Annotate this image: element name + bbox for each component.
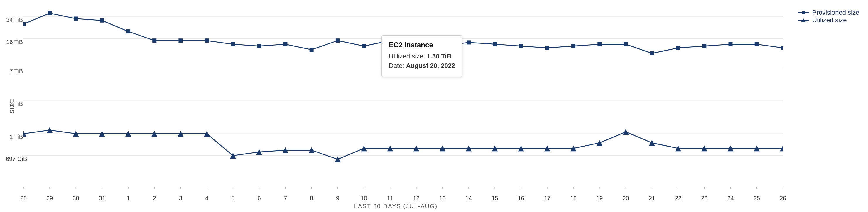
x-tick-label: 18	[570, 195, 577, 202]
x-tick-label: 25	[753, 195, 760, 202]
tooltip-value: August 20, 2022	[406, 62, 456, 69]
svg-rect-61	[676, 46, 680, 50]
y-tick-label: 7 TiB	[6, 68, 23, 74]
tooltip-rows: Utilized size: 1.30 TiBDate: August 20, …	[389, 53, 455, 69]
x-tick-label: 1	[126, 195, 130, 202]
tooltip-row: Date: August 20, 2022	[389, 62, 455, 69]
x-tick-label: 31	[99, 195, 105, 202]
svg-rect-60	[650, 51, 654, 56]
triangle-icon	[798, 17, 809, 23]
x-tick-label: 29	[46, 195, 53, 202]
x-tick-label: 6	[258, 195, 261, 202]
x-tick-label: 10	[361, 195, 367, 202]
svg-rect-40	[126, 29, 130, 33]
svg-rect-57	[571, 44, 576, 48]
svg-rect-62	[702, 44, 706, 48]
legend-label: Utilized size	[812, 17, 846, 24]
x-tick-label: 19	[596, 195, 603, 202]
square-icon	[798, 10, 809, 16]
y-tick-label: 34 TiB	[6, 17, 23, 24]
x-tick-label: 8	[310, 195, 313, 202]
svg-marker-89	[623, 129, 629, 135]
svg-rect-54	[493, 42, 497, 47]
svg-rect-97	[802, 11, 805, 14]
chart-svg	[24, 6, 783, 188]
x-tick-label: 11	[387, 195, 393, 202]
svg-rect-55	[519, 44, 523, 48]
x-tick-label: 23	[701, 195, 708, 202]
x-tick-label: 9	[336, 195, 339, 202]
svg-rect-49	[362, 44, 366, 48]
svg-rect-41	[152, 38, 156, 42]
svg-rect-48	[336, 38, 340, 42]
tooltip-key: Utilized size:	[389, 53, 425, 60]
x-tick-label: 22	[675, 195, 681, 202]
svg-rect-53	[467, 40, 471, 44]
svg-rect-38	[74, 17, 78, 21]
svg-marker-78	[335, 156, 341, 162]
x-tick-label: 2	[153, 195, 156, 202]
legend-label: Provisioned size	[812, 9, 859, 17]
svg-rect-36	[24, 22, 26, 26]
y-tick-label: 3 TiB	[6, 101, 23, 108]
x-tick-label: 21	[649, 195, 655, 202]
svg-rect-39	[100, 19, 104, 23]
x-tick-label: 3	[179, 195, 182, 202]
x-tick-label: 7	[284, 195, 287, 202]
x-tick-label: 4	[205, 195, 208, 202]
legend-item: Utilized size	[798, 17, 862, 24]
x-tick-label: 16	[518, 195, 524, 202]
y-tick-label: 16 TiB	[6, 39, 23, 46]
tooltip-row: Utilized size: 1.30 TiB	[389, 53, 455, 60]
x-tick-label: 5	[231, 195, 235, 202]
x-tick-label: 17	[544, 195, 551, 202]
x-tick-label: 12	[413, 195, 419, 202]
svg-rect-59	[624, 42, 628, 47]
x-tick-label: 26	[780, 195, 786, 202]
legend-item: Provisioned size	[798, 9, 862, 17]
svg-rect-45	[257, 44, 261, 48]
tooltip: EC2 Instance Utilized size: 1.30 TiBDate…	[381, 35, 462, 77]
svg-rect-65	[781, 46, 783, 50]
svg-rect-47	[310, 48, 314, 52]
svg-rect-44	[231, 42, 235, 47]
legend: Provisioned sizeUtilized size	[792, 0, 868, 212]
svg-rect-63	[728, 42, 733, 47]
svg-rect-56	[545, 46, 549, 50]
svg-rect-46	[283, 42, 287, 47]
x-tick-label: 24	[727, 195, 734, 202]
x-axis-label: LAST 30 DAYS (JUL-AUG)	[354, 203, 437, 210]
svg-rect-37	[48, 11, 52, 15]
svg-rect-58	[597, 42, 601, 47]
svg-rect-43	[205, 38, 209, 42]
tooltip-value: 1.30 TiB	[427, 53, 452, 60]
x-tick-label: 28	[20, 195, 27, 202]
legend-items-container: Provisioned sizeUtilized size	[798, 9, 862, 24]
tooltip-key: Date:	[389, 62, 404, 69]
y-tick-label: 697 GiB	[6, 156, 23, 162]
x-tick-label: 15	[492, 195, 498, 202]
svg-rect-64	[755, 42, 759, 47]
x-tick-label: 14	[465, 195, 472, 202]
x-tick-label: 30	[72, 195, 79, 202]
y-tick-label: 1 TiB	[6, 133, 23, 140]
tooltip-title: EC2 Instance	[389, 41, 455, 49]
chart-area: SIZE LAST 30 DAYS (JUL-AUG) 34 TiB16 TiB…	[0, 0, 792, 212]
svg-rect-42	[178, 38, 183, 42]
x-tick-label: 20	[622, 195, 629, 202]
x-tick-label: 13	[439, 195, 446, 202]
